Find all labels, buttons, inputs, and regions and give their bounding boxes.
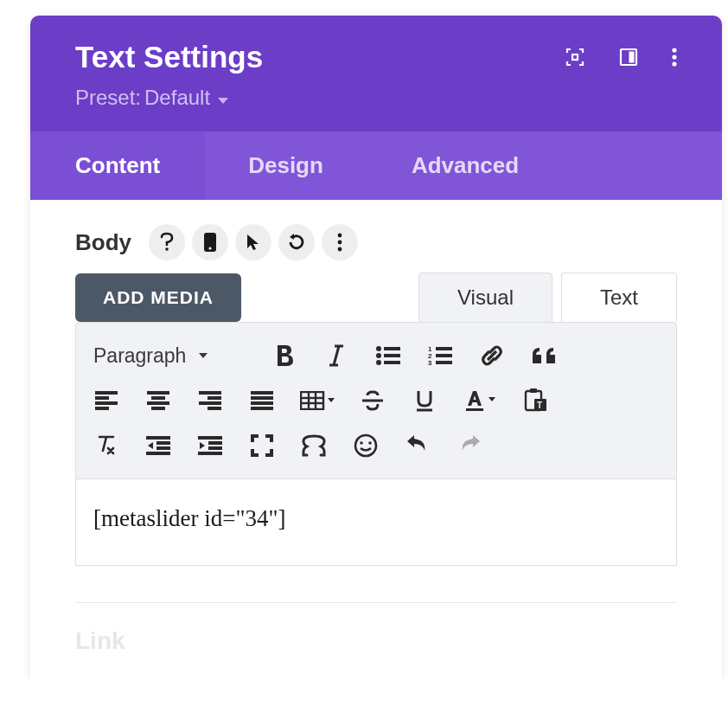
header-actions [565,47,677,67]
bullet-list-icon[interactable] [367,337,410,375]
quote-icon[interactable] [522,337,565,375]
align-left-icon[interactable] [85,382,128,420]
paste-text-icon[interactable]: T [514,382,557,420]
svg-rect-28 [147,391,169,395]
outdent-icon[interactable] [137,427,180,465]
options-icon[interactable] [322,224,358,260]
format-selector[interactable]: Paragraph [85,339,254,373]
hover-icon[interactable] [235,224,271,260]
svg-point-5 [672,61,676,66]
editor-tab-visual[interactable]: Visual [418,273,552,322]
toolbar-row-3 [85,423,667,468]
chevron-down-icon [217,87,229,111]
expand-icon[interactable] [565,47,585,67]
bold-icon[interactable] [263,337,306,375]
link-icon[interactable] [470,337,514,375]
fullscreen-icon[interactable] [240,427,284,465]
svg-rect-34 [199,401,221,405]
preset-value: Default [144,86,210,110]
align-justify-icon[interactable] [240,382,284,420]
svg-rect-37 [251,396,273,400]
svg-rect-24 [95,391,118,395]
align-center-icon[interactable] [137,382,180,420]
editor-tab-text[interactable]: Text [561,273,677,322]
svg-rect-31 [151,407,165,410]
svg-point-4 [672,55,676,59]
editor-mode-tabs: Visual Text [418,273,677,322]
body-label: Body [75,229,131,256]
numbered-list-icon[interactable]: 123 [418,337,462,375]
svg-rect-52 [146,436,170,440]
text-color-icon[interactable] [455,382,505,420]
svg-rect-26 [95,401,118,405]
clear-format-icon[interactable] [85,427,128,465]
svg-rect-32 [199,391,221,395]
toolbar-row-1: Paragraph 123 [85,333,667,378]
svg-rect-53 [156,441,170,445]
svg-rect-56 [198,436,222,440]
svg-point-9 [338,234,342,238]
help-icon[interactable] [149,224,185,260]
link-section: Link [75,602,677,655]
svg-rect-27 [95,407,109,410]
tab-design[interactable]: Design [205,132,367,200]
svg-text:3: 3 [428,359,432,365]
redo-icon[interactable] [448,427,491,465]
svg-rect-47 [466,408,483,411]
svg-rect-21 [436,354,452,357]
svg-point-10 [338,241,342,245]
content-area: Body [30,200,722,679]
align-right-icon[interactable] [188,382,232,420]
svg-rect-19 [436,347,452,350]
add-media-button[interactable]: ADD MEDIA [75,273,241,322]
svg-rect-15 [384,354,400,357]
text-settings-panel: Text Settings [30,16,722,679]
svg-point-6 [165,247,169,251]
special-char-icon[interactable] [292,427,335,465]
emoji-icon[interactable] [344,427,387,465]
format-value: Paragraph [93,344,186,368]
toolbar-row-2: T [85,378,667,423]
svg-point-8 [208,247,211,249]
svg-rect-55 [146,452,170,455]
svg-rect-17 [384,361,400,364]
mobile-icon[interactable] [192,224,228,260]
svg-rect-39 [251,407,273,410]
svg-rect-2 [629,52,635,63]
media-row: ADD MEDIA Visual Text [75,273,677,322]
tab-advanced[interactable]: Advanced [367,132,564,200]
more-icon[interactable] [672,47,677,67]
svg-rect-33 [208,396,221,400]
reset-icon[interactable] [278,224,315,260]
main-tabs: Content Design Advanced [30,132,722,200]
svg-point-14 [376,353,381,358]
svg-rect-58 [208,446,222,450]
preset-label: Preset: [75,86,141,110]
preset-selector[interactable]: Preset: Default [75,85,677,111]
layout-icon[interactable] [618,47,639,67]
undo-icon[interactable] [396,427,439,465]
editor-toolbar: Paragraph 123 [75,322,677,479]
table-icon[interactable] [292,382,342,420]
svg-rect-54 [156,446,170,450]
italic-icon[interactable] [315,337,358,375]
body-row: Body [75,224,677,260]
svg-text:T: T [537,401,542,410]
underline-icon[interactable] [403,382,446,420]
editor-content-area[interactable]: [metaslider id="34"] [75,479,677,566]
svg-rect-30 [147,401,169,405]
svg-rect-57 [208,441,222,445]
svg-rect-25 [95,396,109,400]
svg-rect-23 [436,361,452,364]
tab-content[interactable]: Content [30,132,205,200]
svg-rect-36 [251,391,273,395]
svg-rect-38 [251,401,273,405]
svg-point-16 [376,360,381,365]
header-top-row: Text Settings [75,40,677,74]
indent-icon[interactable] [188,427,232,465]
svg-point-61 [360,441,363,445]
svg-point-3 [672,48,676,52]
link-section-label: Link [75,627,677,655]
svg-rect-13 [384,347,400,350]
strikethrough-icon[interactable] [351,382,394,420]
